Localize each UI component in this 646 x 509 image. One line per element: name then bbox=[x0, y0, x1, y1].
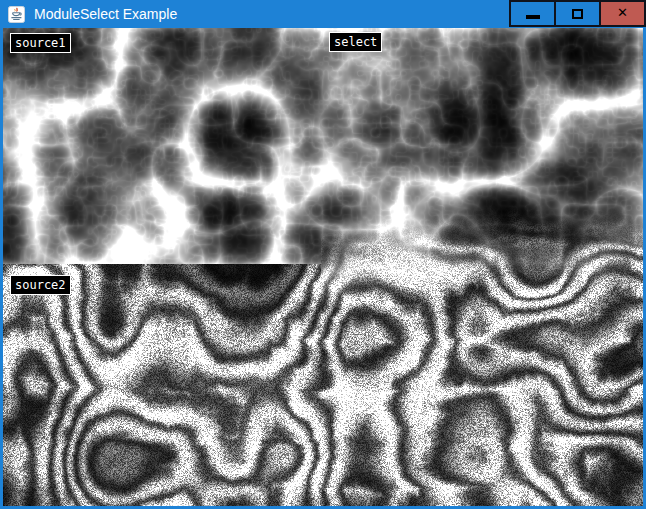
label-source2: source2 bbox=[10, 275, 71, 295]
maximize-icon bbox=[572, 9, 583, 19]
app-window: ModuleSelect Example ✕ source1 select so… bbox=[0, 0, 646, 509]
close-button[interactable]: ✕ bbox=[599, 0, 646, 27]
minimize-button[interactable] bbox=[509, 0, 556, 27]
label-source1: source1 bbox=[10, 33, 71, 53]
minimize-icon bbox=[526, 15, 540, 19]
window-title: ModuleSelect Example bbox=[34, 6, 177, 22]
window-controls: ✕ bbox=[511, 0, 646, 27]
titlebar[interactable]: ModuleSelect Example ✕ bbox=[0, 0, 646, 28]
java-coffee-icon bbox=[8, 6, 25, 23]
close-icon: ✕ bbox=[617, 6, 628, 19]
noise-render-canvas bbox=[3, 28, 643, 506]
maximize-button[interactable] bbox=[554, 0, 601, 27]
label-select: select bbox=[329, 32, 382, 52]
render-area: source1 select source2 bbox=[3, 28, 643, 506]
